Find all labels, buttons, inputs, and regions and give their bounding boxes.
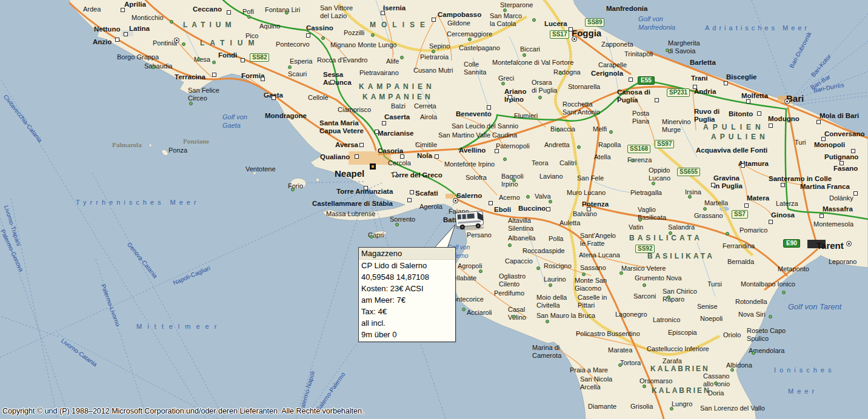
city-label: Marcianise — [378, 130, 413, 137]
town-square-marker — [746, 99, 750, 104]
tooltip-line: Tax: 4€ — [359, 306, 455, 317]
city-label: Rapolla — [598, 141, 621, 149]
city-label: Castellammare di Stábia — [312, 200, 393, 208]
city-label: Grumento Nova — [635, 274, 682, 282]
village-dot-marker — [643, 384, 646, 388]
village-dot-marker — [247, 15, 251, 19]
village-dot-marker — [182, 42, 185, 46]
town-square-marker — [757, 111, 761, 116]
city-label: Irsina — [685, 188, 701, 196]
city-label: Rocca d'Evandro — [317, 56, 367, 64]
city-label: Laviano — [539, 173, 563, 180]
city-label: Fasano — [833, 165, 858, 173]
village-dot-marker — [508, 243, 512, 247]
city-label: Castelpagano — [459, 44, 500, 52]
city-label: Laterza — [776, 200, 798, 208]
town-square-marker — [629, 78, 633, 82]
road-shield: SS655 — [677, 168, 700, 176]
tooltip-title: Magazzeno — [359, 248, 455, 260]
tooltip-line: CP Lido di Salerno — [359, 260, 455, 271]
city-label: Senise — [697, 303, 718, 311]
city-label: Ciamprisco — [338, 106, 371, 114]
city-label: Atella — [594, 153, 611, 161]
city-label: Marsico Vetere — [621, 265, 666, 272]
tooltip-line: Kosten: 23€ ACSI — [359, 283, 455, 294]
region-label: KAMPANIEN — [362, 93, 433, 101]
city-label: Montefalcone di Val Fortore — [492, 59, 573, 67]
region-label: APULIEN — [711, 133, 769, 141]
city-label: Eboli — [494, 206, 511, 214]
city-label: Aquino — [259, 22, 280, 30]
map-canvas[interactable]: ArdeaApriliaMonticchioCeccanoPofiFontana… — [0, 0, 868, 419]
city-label: Albidona — [726, 361, 752, 369]
city-label: Moio della Civitella — [536, 294, 567, 309]
village-dot-marker — [582, 272, 586, 276]
village-dot-marker — [371, 33, 375, 37]
sea-label: Mittelmeer — [136, 323, 222, 330]
city-label: Tursi — [707, 280, 722, 288]
tooltip-line: all incl. — [359, 317, 455, 329]
city-label: Monopoli — [814, 141, 845, 149]
city-label: Gildone — [447, 19, 470, 27]
city-label: Lucera — [544, 20, 567, 28]
village-dot-marker — [618, 363, 622, 367]
city-label: Acerno — [499, 194, 520, 202]
town-square-marker — [382, 121, 386, 125]
town-square-marker — [115, 38, 119, 42]
town-square-marker — [359, 143, 364, 147]
island-label: Palmarola — [112, 141, 142, 148]
village-dot-marker — [321, 36, 325, 40]
village-dot-marker — [503, 8, 507, 12]
city-label: Bisceglie — [726, 73, 757, 81]
city-label: Alife — [386, 58, 399, 65]
village-dot-marker — [549, 200, 552, 203]
city-label: Maratea — [608, 346, 632, 354]
ferry-route-label: Livorno-Catania — [60, 337, 99, 368]
city-label: Martina Franca — [800, 183, 850, 191]
town-square-marker — [407, 198, 412, 202]
town-square-marker — [364, 186, 368, 190]
city-label: Auletta — [559, 219, 580, 227]
city-label: Ardea — [83, 5, 101, 13]
village-dot-marker — [432, 50, 435, 53]
city-label: Colle Sannita — [464, 61, 486, 76]
town-square-marker — [744, 203, 749, 208]
city-circle-marker — [174, 38, 179, 43]
town-square-marker — [489, 201, 493, 205]
city-label: Balvano — [573, 210, 597, 218]
city-label: Noepoli — [700, 315, 723, 323]
city-label: Cusano Mutri — [413, 67, 453, 74]
village-dot-marker — [189, 102, 193, 105]
city-label: Massafra — [823, 205, 853, 213]
city-label: Montalbano Ionico — [741, 280, 795, 288]
town-square-marker — [769, 124, 773, 128]
city-label: Albanella — [508, 234, 535, 242]
village-dot-marker — [197, 58, 201, 61]
city-label: Calitri — [559, 159, 576, 167]
city-label: Mondragone — [265, 112, 307, 120]
gulf-label: Golf von Manfredonia — [638, 15, 675, 31]
city-label: Massa Lubrense — [326, 210, 375, 218]
village-dot-marker — [730, 368, 734, 372]
village-dot-marker — [503, 157, 507, 161]
village-dot-marker — [643, 283, 646, 287]
village-dot-marker — [285, 11, 289, 15]
town-square-marker — [432, 18, 436, 22]
village-dot-marker — [619, 271, 623, 275]
village-dot-marker — [546, 320, 549, 323]
city-label: Altavilla Silentina — [508, 217, 533, 233]
region-label: MOLISE — [370, 21, 430, 29]
gulf-label: Golf von Gaeta — [222, 113, 247, 130]
village-dot-marker — [609, 130, 613, 134]
village-dot-marker — [688, 195, 692, 199]
town-square-marker — [820, 214, 824, 218]
city-label: Mola di Bari — [820, 112, 859, 120]
city-label: Nova Siri — [738, 311, 766, 318]
town-square-marker — [853, 191, 858, 196]
town-square-marker — [546, 207, 550, 211]
town-square-marker — [393, 172, 397, 176]
village-dot-marker — [170, 20, 173, 24]
city-label: Nola — [417, 152, 432, 160]
city-label: Cimitile — [415, 141, 437, 149]
village-dot-marker — [400, 56, 404, 59]
